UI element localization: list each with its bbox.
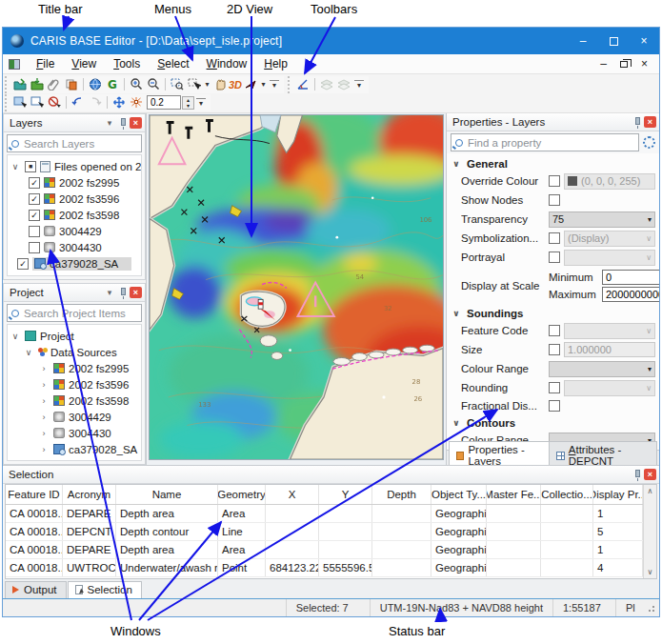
chevron-down-icon[interactable]: ∨ <box>451 418 462 428</box>
chevron-right-icon[interactable]: › <box>38 364 50 373</box>
maximize-button[interactable] <box>598 28 629 54</box>
globe-icon[interactable] <box>87 76 104 92</box>
open-data-icon[interactable] <box>11 76 29 92</box>
checkbox[interactable] <box>549 344 560 355</box>
snap-tolerance-icon[interactable] <box>128 94 145 111</box>
layers-menu-chevron-icon[interactable]: ▾ <box>103 117 116 130</box>
zoom-in-icon[interactable] <box>128 76 145 92</box>
gear-icon[interactable] <box>643 136 655 149</box>
resize-grip[interactable] <box>648 603 657 613</box>
project-close-icon[interactable]: × <box>130 287 142 298</box>
checkbox[interactable] <box>549 325 560 336</box>
select-tool-dropdown[interactable]: ▾ <box>203 80 211 89</box>
property-search-input[interactable] <box>468 137 634 149</box>
deselect-rect-icon[interactable] <box>29 94 46 111</box>
mdi-close-button[interactable]: × <box>641 57 648 70</box>
minimize-button[interactable]: – <box>568 28 598 54</box>
map-2d-view[interactable]: 54 32 28 26 106 133 <box>149 114 444 460</box>
transparency-combo[interactable]: 75▾ <box>549 211 655 228</box>
chevron-right-icon[interactable]: › <box>38 396 50 406</box>
tree-item-ca379028[interactable]: ✓ ca379028_SA <box>8 255 141 272</box>
table-row[interactable]: CA 00018...DEPCNT Depth contourLine Geog… <box>6 523 643 541</box>
properties-close-icon[interactable]: × <box>644 116 656 128</box>
zoom-window-icon[interactable] <box>169 76 186 92</box>
mdi-minimize-button[interactable]: – <box>600 57 607 70</box>
spin-down-button[interactable]: ▾ <box>183 103 193 109</box>
move-icon[interactable] <box>110 94 128 111</box>
select-rect-icon[interactable] <box>11 94 29 111</box>
checkbox[interactable]: ✓ <box>17 258 29 270</box>
chevron-down-icon[interactable]: ∨ <box>451 159 462 169</box>
chevron-right-icon[interactable]: › <box>38 380 50 390</box>
toolbar-overflow[interactable]: ▾ <box>270 80 279 90</box>
toolbar-overflow-2[interactable]: ▾ <box>354 80 364 90</box>
checkbox[interactable] <box>549 194 560 206</box>
mdi-restore-button[interactable] <box>620 61 628 68</box>
menu-tools[interactable]: Tools <box>105 55 149 72</box>
process-layer-alt-icon[interactable] <box>335 76 352 92</box>
toolbar-overflow-3[interactable]: ▾ <box>196 98 206 108</box>
table-row[interactable]: CA 00018...DEPARE Depth areaArea Geograp… <box>6 541 643 559</box>
colour-range-combo[interactable]: ▾ <box>549 361 655 377</box>
layers-close-icon[interactable]: × <box>130 117 142 129</box>
checkbox[interactable] <box>29 242 40 253</box>
table-row[interactable]: CA 00018...UWTROC Underwater/awash rockP… <box>6 559 643 577</box>
select-tool-icon[interactable] <box>186 76 203 92</box>
checkbox[interactable] <box>549 232 560 244</box>
tab-selection[interactable]: Selection <box>68 581 142 598</box>
tree-item-data-sources[interactable]: ∨ Data Sources <box>8 344 141 360</box>
checkbox-partial[interactable]: ■ <box>25 161 36 172</box>
tree-item-fs2995[interactable]: ✓ 2002 fs2995 <box>8 174 141 191</box>
tree-item-src-fs3598[interactable]: › 2002 fs3598 <box>8 392 141 409</box>
checkbox[interactable]: ✓ <box>29 193 40 205</box>
refresh-icon[interactable]: G <box>104 76 121 92</box>
menu-view[interactable]: View <box>63 55 105 72</box>
tree-item-src-ca379028[interactable]: › ca379028_SA <box>8 441 141 457</box>
menu-window[interactable]: Window <box>198 55 256 72</box>
project-pin-icon[interactable] <box>116 287 130 299</box>
checkbox[interactable] <box>549 400 560 412</box>
tree-item-src-fs3596[interactable]: › 2002 fs3596 <box>8 376 141 392</box>
chevron-right-icon[interactable]: › <box>38 429 50 438</box>
selection-pin-icon[interactable] <box>631 469 644 481</box>
chevron-down-icon[interactable]: ∨ <box>451 309 462 318</box>
selection-table-header[interactable]: Feature IDAcronym NameGeometry XY DepthO… <box>6 485 643 505</box>
scroll-down-icon[interactable]: ∨ <box>648 568 653 576</box>
scroll-up-icon[interactable]: ∧ <box>648 487 653 495</box>
layers-search-input[interactable] <box>24 138 137 150</box>
menu-file[interactable]: File <box>28 55 63 72</box>
minimum-scale-input[interactable] <box>602 270 659 285</box>
selection-close-icon[interactable]: × <box>644 469 656 480</box>
checkbox[interactable] <box>549 175 560 187</box>
nav-arrow-dropdown[interactable]: ▾ <box>259 80 268 89</box>
checkbox[interactable] <box>549 382 560 393</box>
project-menu-chevron-icon[interactable]: ▾ <box>103 287 116 299</box>
tree-item-3004429[interactable]: 3004429 <box>8 223 141 239</box>
clear-selection-icon[interactable] <box>46 94 63 111</box>
checkbox[interactable] <box>549 252 560 263</box>
import-data-icon[interactable] <box>29 76 46 92</box>
tree-item-project-root[interactable]: ∨ Project <box>8 328 141 344</box>
table-scrollbar[interactable]: ∧ ∨ <box>643 485 656 578</box>
nav-arrow-icon[interactable] <box>242 76 259 92</box>
table-row[interactable]: CA 00018...DEPARE Depth areaArea Geograp… <box>6 505 643 523</box>
checkbox[interactable]: ✓ <box>29 210 40 221</box>
tree-item-files-opened[interactable]: ∨ ■ Files opened on 201... <box>8 158 141 174</box>
properties-pin-icon[interactable] <box>631 116 644 129</box>
select-previous-icon[interactable] <box>70 94 87 111</box>
menu-select[interactable]: Select <box>149 55 197 72</box>
tree-item-src-fs2995[interactable]: › 2002 fs2995 <box>8 360 141 376</box>
chevron-down-icon[interactable]: ∨ <box>23 348 34 357</box>
process-layer-icon[interactable] <box>318 76 335 92</box>
chevron-right-icon[interactable]: › <box>38 413 50 422</box>
menu-help[interactable]: Help <box>255 55 296 72</box>
zoom-out-icon[interactable] <box>145 76 162 92</box>
tolerance-input[interactable] <box>147 95 181 110</box>
tree-item-fs3598[interactable]: ✓ 2002 fs3598 <box>8 207 141 223</box>
3d-view-button[interactable]: 3D <box>229 79 242 91</box>
chevron-down-icon[interactable]: ∨ <box>10 162 21 171</box>
tab-output[interactable]: Output <box>5 581 67 598</box>
tree-item-src-3004429[interactable]: › 3004429 <box>8 409 141 425</box>
chevron-right-icon[interactable]: › <box>38 445 50 454</box>
measure-angle-icon[interactable] <box>294 76 311 92</box>
